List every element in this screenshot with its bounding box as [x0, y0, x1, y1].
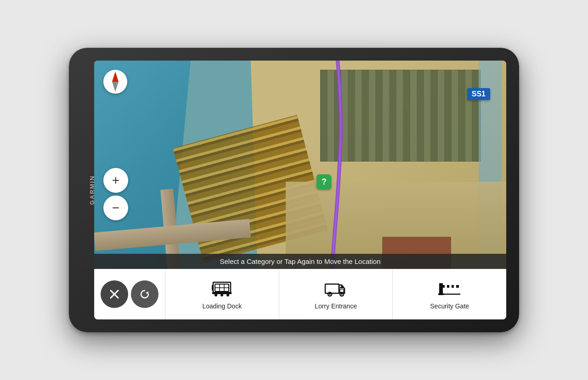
info-bar: Select a Category or Tap Again to Move t…	[94, 254, 506, 269]
compass	[103, 70, 127, 94]
category-loading-dock[interactable]: Loading Dock	[165, 269, 279, 319]
category-buttons: Loading Dock	[165, 269, 506, 319]
info-message: Select a Category or Tap Again to Move t…	[220, 257, 381, 265]
svg-rect-25	[438, 293, 444, 295]
security-gate-label: Security Gate	[430, 302, 469, 310]
warehouse-overlay	[320, 70, 481, 162]
svg-rect-19	[439, 283, 443, 294]
bottom-overlay: Select a Category or Tap Again to Move t…	[94, 254, 506, 319]
device-body: GARMIN	[69, 48, 519, 332]
svg-point-15	[329, 294, 331, 295]
garmin-device: GARMIN	[69, 48, 519, 332]
svg-marker-2	[146, 291, 148, 294]
svg-point-11	[226, 294, 229, 296]
category-lorry-entrance[interactable]: Lorry Entrance	[279, 269, 393, 319]
svg-point-10	[220, 294, 223, 296]
brand-label: GARMIN	[89, 175, 96, 205]
lorry-icon	[324, 279, 347, 299]
loading-dock-label: Loading Dock	[203, 302, 242, 310]
svg-point-9	[215, 294, 217, 296]
zoom-in-button[interactable]: +	[103, 168, 128, 193]
zoom-out-button[interactable]: −	[103, 196, 128, 220]
left-action-buttons	[94, 269, 165, 319]
svg-rect-12	[212, 285, 214, 291]
lorry-entrance-label: Lorry Entrance	[315, 302, 357, 310]
svg-rect-13	[325, 284, 339, 293]
svg-rect-21	[445, 285, 447, 288]
road-sign-ss1: SS1	[467, 88, 490, 100]
screen: + − SS1 ? Select a Category or Tap Again…	[94, 61, 506, 319]
compass-north-arrow	[112, 72, 119, 82]
compass-south-arrow	[112, 82, 119, 92]
zoom-controls: + −	[103, 168, 128, 223]
loading-dock-icon	[211, 279, 232, 299]
cancel-button[interactable]	[101, 280, 128, 308]
reset-button[interactable]	[131, 280, 158, 308]
location-pin[interactable]: ?	[317, 174, 331, 189]
category-security-gate[interactable]: Security Gate	[393, 269, 506, 319]
svg-point-17	[341, 294, 343, 295]
gate-icon	[438, 279, 461, 299]
action-bar: Loading Dock	[94, 269, 506, 319]
svg-rect-23	[454, 285, 456, 288]
svg-rect-22	[449, 285, 452, 288]
